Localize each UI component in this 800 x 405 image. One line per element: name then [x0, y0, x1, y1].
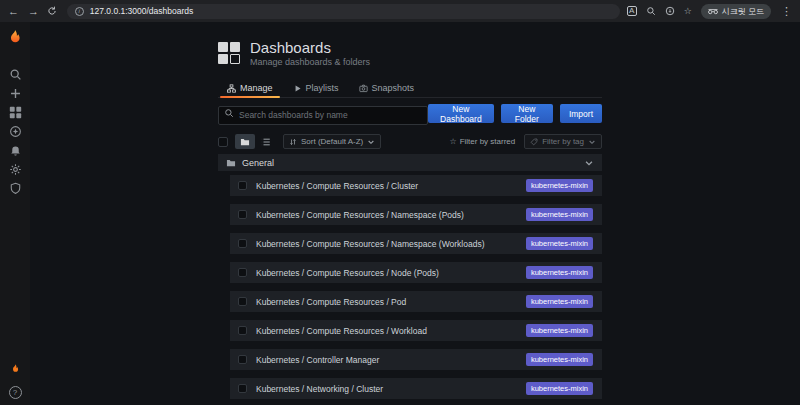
dashboard-tag[interactable]: kubernetes-mixin: [526, 208, 593, 221]
select-all-checkbox[interactable]: [218, 137, 228, 147]
manage-icon: [227, 84, 236, 93]
alerting-icon[interactable]: [9, 144, 22, 157]
row-checkbox[interactable]: [238, 297, 247, 306]
page-subtitle: Manage dashboards & folders: [250, 57, 370, 67]
dashboard-row[interactable]: Kubernetes / Compute Resources / Pod kub…: [230, 291, 602, 312]
dashboard-tag[interactable]: kubernetes-mixin: [526, 353, 593, 366]
dashboard-tag[interactable]: kubernetes-mixin: [526, 179, 593, 192]
tab-playlists[interactable]: Playlists: [284, 79, 348, 97]
user-avatar[interactable]: ?: [9, 386, 22, 399]
configuration-icon[interactable]: [9, 163, 22, 176]
dashboards-page: Dashboards Manage dashboards & folders M…: [218, 22, 602, 405]
dashboard-tag[interactable]: kubernetes-mixin: [526, 295, 593, 308]
row-checkbox[interactable]: [238, 181, 247, 190]
new-dashboard-button[interactable]: New Dashboard: [428, 104, 494, 123]
install-icon[interactable]: [665, 6, 675, 16]
tab-label: Snapshots: [372, 83, 415, 93]
chevron-down-icon: [588, 138, 596, 146]
sort-label: Sort (Default A-Z): [301, 137, 363, 146]
menu-icon[interactable]: ⋮: [780, 5, 793, 18]
filter-starred-label: Filter by starred: [460, 137, 516, 146]
filter-tag-label: Filter by tag: [542, 137, 584, 146]
zoom-icon[interactable]: [646, 6, 656, 16]
address-bar[interactable]: i 127.0.0.1:3000/dashboards: [67, 4, 620, 19]
incognito-label: 시크릿 모드: [722, 6, 764, 17]
row-checkbox[interactable]: [238, 210, 247, 219]
folder-name: General: [242, 158, 274, 168]
dashboard-title[interactable]: Kubernetes / Compute Resources / Namespa…: [256, 210, 464, 220]
dashboard-title[interactable]: Kubernetes / Compute Resources / Namespa…: [256, 239, 485, 249]
search-icon: [224, 108, 234, 118]
dashboard-title[interactable]: Kubernetes / Compute Resources / Node (P…: [256, 268, 439, 278]
tab-manage[interactable]: Manage: [218, 79, 282, 97]
sidebar-bottom: ?: [9, 360, 22, 399]
incognito-glasses-icon: [708, 8, 718, 15]
new-folder-button[interactable]: New Folder: [501, 104, 553, 123]
back-icon[interactable]: ←: [7, 5, 20, 17]
incognito-badge: 시크릿 모드: [701, 4, 771, 19]
reload-icon[interactable]: [47, 6, 60, 16]
row-checkbox[interactable]: [238, 384, 247, 393]
dashboard-title[interactable]: Kubernetes / Networking / Cluster: [256, 384, 383, 394]
page-title: Dashboards: [250, 39, 370, 57]
dashboard-title[interactable]: Kubernetes / Controller Manager: [256, 355, 379, 365]
dashboard-row[interactable]: Kubernetes / Networking / Cluster kubern…: [230, 378, 602, 399]
dashboard-row[interactable]: Kubernetes / Compute Resources / Cluster…: [230, 175, 602, 196]
folder-view-button[interactable]: [235, 134, 255, 149]
dashboard-title[interactable]: Kubernetes / Compute Resources / Workloa…: [256, 326, 427, 336]
dashboard-tag[interactable]: kubernetes-mixin: [526, 382, 593, 395]
chevron-down-icon[interactable]: [584, 158, 594, 168]
browser-toolbar: ← → i 127.0.0.1:3000/dashboards A ☆ 시크릿 …: [0, 0, 800, 22]
star-icon: ☆: [449, 137, 456, 146]
filter-row: Sort (Default A-Z) ☆ Filter by starred F…: [218, 134, 602, 149]
folder-icon: [240, 137, 250, 147]
url-text[interactable]: 127.0.0.1:3000/dashboards: [90, 6, 194, 16]
explore-icon[interactable]: [9, 125, 22, 138]
filter-by-starred[interactable]: ☆ Filter by starred: [449, 137, 515, 146]
row-checkbox[interactable]: [238, 239, 247, 248]
dashboards-icon[interactable]: [9, 106, 22, 119]
chevron-down-icon: [367, 138, 375, 146]
dashboard-list: Kubernetes / Compute Resources / Cluster…: [230, 175, 602, 399]
view-toggle: [235, 134, 276, 149]
search-input[interactable]: [218, 106, 428, 125]
grafana-logo[interactable]: [6, 29, 24, 47]
dashboard-tag[interactable]: kubernetes-mixin: [526, 237, 593, 250]
dashboard-row[interactable]: Kubernetes / Compute Resources / Namespa…: [230, 204, 602, 225]
site-info-icon[interactable]: i: [75, 7, 84, 16]
page-header: Dashboards Manage dashboards & folders: [218, 36, 602, 70]
row-checkbox[interactable]: [238, 268, 247, 277]
filter-right: ☆ Filter by starred Filter by tag: [449, 134, 602, 149]
translate-icon[interactable]: A: [627, 6, 637, 16]
folder-section-general[interactable]: General: [218, 154, 602, 171]
row-checkbox[interactable]: [238, 326, 247, 335]
dashboard-row[interactable]: Kubernetes / Compute Resources / Node (P…: [230, 262, 602, 283]
tab-bar: Manage Playlists Snapshots: [218, 79, 602, 98]
grafana-news-icon[interactable]: [9, 363, 22, 376]
tag-icon: [530, 138, 538, 146]
playlists-icon: [293, 84, 302, 93]
dashboard-title[interactable]: Kubernetes / Compute Resources / Pod: [256, 297, 406, 307]
dashboard-tag[interactable]: kubernetes-mixin: [526, 324, 593, 337]
grafana-sidebar: ?: [0, 22, 30, 405]
search-box: [218, 104, 428, 123]
dashboard-row[interactable]: Kubernetes / Controller Manager kubernet…: [230, 349, 602, 370]
dashboard-row[interactable]: Kubernetes / Compute Resources / Namespa…: [230, 233, 602, 254]
folder-icon: [226, 158, 236, 168]
dashboard-title[interactable]: Kubernetes / Compute Resources / Cluster: [256, 181, 418, 191]
forward-icon[interactable]: →: [27, 5, 40, 17]
tab-snapshots[interactable]: Snapshots: [350, 79, 424, 97]
dashboard-row[interactable]: Kubernetes / Compute Resources / Workloa…: [230, 320, 602, 341]
sort-icon: [289, 138, 297, 146]
search-icon[interactable]: [9, 68, 22, 81]
snapshots-icon: [359, 84, 368, 93]
list-view-button[interactable]: [256, 134, 276, 149]
server-admin-icon[interactable]: [9, 182, 22, 195]
import-button[interactable]: Import: [560, 104, 602, 123]
dashboard-tag[interactable]: kubernetes-mixin: [526, 266, 593, 279]
create-icon[interactable]: [9, 87, 22, 100]
filter-by-tag-select[interactable]: Filter by tag: [524, 134, 602, 149]
bookmark-star-icon[interactable]: ☆: [684, 6, 692, 16]
row-checkbox[interactable]: [238, 355, 247, 364]
sort-select[interactable]: Sort (Default A-Z): [283, 134, 381, 149]
